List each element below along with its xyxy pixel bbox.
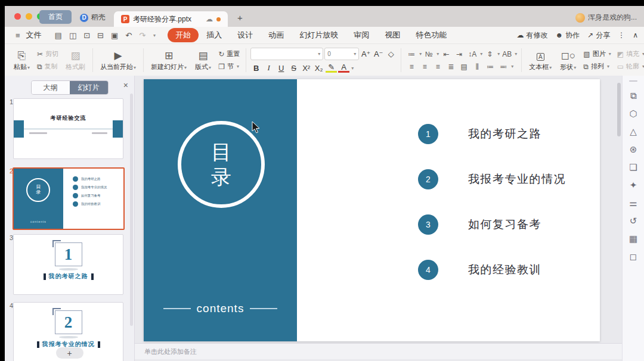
ribbon-tab-design[interactable]: 设计 xyxy=(230,28,261,42)
tab-slides[interactable]: 幻灯片 xyxy=(70,81,108,94)
font-color-button[interactable]: A xyxy=(338,63,349,73)
close-window-button[interactable] xyxy=(14,13,21,20)
contents-caption[interactable]: contents xyxy=(144,302,297,315)
print-preview-icon[interactable]: ▣ xyxy=(107,31,122,40)
columns-icon[interactable]: ⫼ xyxy=(471,63,483,71)
quick-actions-caret-icon[interactable]: ▾ xyxy=(150,33,159,38)
file-menu[interactable]: 文件 xyxy=(24,30,48,41)
slide-1-thumbnail[interactable]: 考研经验交流 xyxy=(13,98,123,159)
user-account[interactable]: 浑身是戏的狗... xyxy=(575,13,637,23)
ribbon-tab-review[interactable]: 审阅 xyxy=(346,28,377,42)
slide-3-thumbnail[interactable]: 1 我的考研之路 xyxy=(13,234,123,295)
ribbon-tab-special-features[interactable]: 特色功能 xyxy=(408,28,454,42)
ribbon-tab-view[interactable]: 视图 xyxy=(377,28,408,42)
properties-icon[interactable]: ⚌ xyxy=(629,198,637,208)
history-icon[interactable]: ↺ xyxy=(630,216,637,226)
align-center-icon[interactable]: ≡ xyxy=(419,63,431,71)
undo-icon[interactable]: ↶ xyxy=(122,31,135,40)
toc-item-1[interactable]: 1 我的考研之路 xyxy=(418,123,566,145)
play-from-current-button[interactable]: ▶ 从当前开始▾ xyxy=(97,48,139,73)
modified-status[interactable]: ☁ 有修改 xyxy=(517,30,548,41)
ribbon-tab-slideshow[interactable]: 幻灯片放映 xyxy=(292,28,346,42)
italic-button[interactable]: I xyxy=(263,63,274,73)
share-button[interactable]: ↗ 分享 xyxy=(587,30,610,41)
picture-button[interactable]: ▧ 图片▾ xyxy=(581,49,612,59)
toc-title-circle[interactable]: 目 录 xyxy=(178,121,265,208)
effects-icon[interactable]: ✦ xyxy=(630,181,637,190)
tab-docer[interactable]: D 稻壳 xyxy=(72,13,114,23)
justify-icon[interactable]: ≣ xyxy=(445,63,457,71)
shapes-button[interactable]: ◻○ 形状▾ xyxy=(557,48,579,73)
clear-format-icon[interactable]: ◇ xyxy=(385,49,397,58)
line-spacing-icon[interactable]: ↕A xyxy=(466,50,478,58)
increase-font-icon[interactable]: A⁺ xyxy=(360,49,371,58)
shapes-pane-icon[interactable]: ⬡ xyxy=(629,109,637,119)
bullets-icon[interactable]: ≔ xyxy=(405,50,417,58)
subscript-button[interactable]: X₂ xyxy=(313,64,324,73)
paragraph-spacing-icon[interactable]: ⇕ xyxy=(484,50,496,58)
toc-item-4[interactable]: 4 我的经验教训 xyxy=(418,259,566,281)
list-settings-icon[interactable]: ≕ xyxy=(497,63,509,71)
outline-button[interactable]: ▭ 轮廓▾ xyxy=(615,61,644,71)
text-box-button[interactable]: A 文本框▾ xyxy=(526,48,555,73)
paste-button[interactable]: ⎘ 粘贴▾ xyxy=(11,48,33,73)
print-icon[interactable]: ⊟ xyxy=(94,31,107,40)
open-file-icon[interactable]: ▤ xyxy=(51,31,66,40)
decrease-font-icon[interactable]: A⁻ xyxy=(373,49,384,58)
export-icon[interactable]: ⊡ xyxy=(80,31,94,40)
superscript-button[interactable]: X² xyxy=(301,64,312,73)
image-tools-icon[interactable]: ▦ xyxy=(629,234,637,244)
new-slide-button[interactable]: ⊞ 新建幻灯片▾ xyxy=(148,48,190,73)
list-level-icon[interactable]: ≔ xyxy=(484,63,496,71)
main-menu-icon[interactable]: ≡ xyxy=(12,31,24,40)
comments-icon[interactable]: ◻ xyxy=(630,252,637,262)
redo-icon[interactable]: ↷ xyxy=(135,31,149,40)
text-direction-icon[interactable]: AB xyxy=(501,50,513,58)
font-size-select[interactable]: 0 ▾ xyxy=(324,48,359,60)
ribbon-tab-animation[interactable]: 动画 xyxy=(261,28,292,42)
close-panel-icon[interactable]: × xyxy=(123,81,128,89)
new-tab-button[interactable]: + xyxy=(237,13,243,23)
distribute-text-icon[interactable]: ▤ xyxy=(458,63,470,71)
notes-pane[interactable]: 单击此处添加备注 xyxy=(135,343,622,359)
more-options-icon[interactable]: ⋮ xyxy=(618,31,625,39)
toc-item-2[interactable]: 2 我报考专业的情况 xyxy=(418,169,566,190)
copy-button[interactable]: ⧉ 复制 xyxy=(35,61,60,71)
cut-button[interactable]: ✂ 剪切 xyxy=(35,49,60,59)
reset-button[interactable]: ↻ 重置 xyxy=(216,49,242,59)
tab-outline[interactable]: 大纲 xyxy=(32,81,70,94)
increase-indent-icon[interactable]: ⇥ xyxy=(453,50,465,58)
add-slide-button[interactable]: + xyxy=(56,347,83,359)
save-icon[interactable]: ◫ xyxy=(66,31,80,40)
ribbon-tab-home[interactable]: 开始 xyxy=(168,28,199,42)
align-right-icon[interactable]: ≡ xyxy=(432,63,444,71)
fill-button[interactable]: ◩ 填充▾ xyxy=(615,49,644,59)
minimize-window-button[interactable] xyxy=(26,13,32,20)
canvas-scrollbar[interactable] xyxy=(617,83,621,136)
font-name-select[interactable]: ▾ xyxy=(250,48,323,60)
slide-teal-panel[interactable]: 目 录 contents xyxy=(144,79,297,341)
current-slide[interactable]: 目 录 contents 1 我的考研之路 2 xyxy=(144,79,600,341)
bold-button[interactable]: B xyxy=(250,64,262,73)
toc-item-3[interactable]: 3 如何复习备考 xyxy=(418,214,566,235)
collaborate-button[interactable]: ☻ 协作 xyxy=(556,30,580,41)
transition-icon[interactable]: ⧉ xyxy=(630,91,637,101)
highlight-color-button[interactable]: ✎ xyxy=(326,63,337,73)
underline-button[interactable]: U xyxy=(275,64,287,73)
format-painter-button[interactable]: ▨ 格式刷 xyxy=(63,48,88,73)
smart-features-icon[interactable]: ⊛ xyxy=(630,145,637,154)
align-left-icon[interactable]: ≡ xyxy=(405,63,417,71)
arrange-button[interactable]: ⧉ 排列▾ xyxy=(581,61,612,71)
decrease-indent-icon[interactable]: ⇤ xyxy=(440,50,452,58)
layout-button[interactable]: ▤ 版式▾ xyxy=(192,48,214,73)
animation-pane-icon[interactable]: ❏ xyxy=(629,163,637,172)
ribbon-tab-insert[interactable]: 插入 xyxy=(199,28,230,42)
sidebar-collapse-handle[interactable] xyxy=(629,80,637,82)
panel-scrollbar[interactable] xyxy=(130,94,133,326)
numbering-icon[interactable]: № xyxy=(423,50,435,58)
strikethrough-button[interactable]: S xyxy=(288,64,299,73)
slide-2-thumbnail-selected[interactable]: 目 录 contents 我的考研之路 我报考专业的情况 如何复习备考 我的经验… xyxy=(13,167,125,230)
section-button[interactable]: ❐ 节▾ xyxy=(216,61,242,71)
tab-document[interactable]: P 考研经验分享.pptx ☁ xyxy=(114,11,228,27)
collapse-ribbon-icon[interactable]: ∧ xyxy=(633,31,638,39)
